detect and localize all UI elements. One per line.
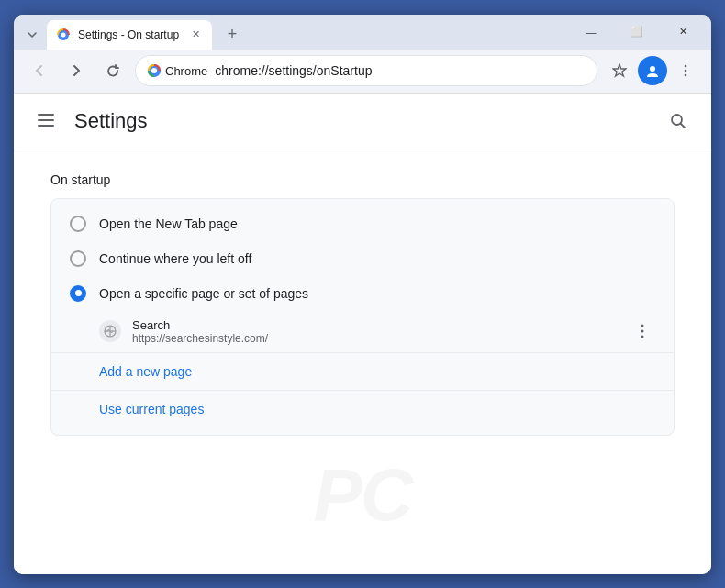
startup-section-label: On startup: [50, 172, 675, 187]
nav-right-controls: [605, 56, 700, 85]
address-bar[interactable]: Chrome chrome://settings/onStartup: [135, 55, 597, 86]
page-name: Search: [132, 318, 619, 332]
tab-favicon: [56, 28, 71, 42]
tab-bar-left: Settings - On startup ✕ +: [21, 20, 245, 50]
option-new-tab[interactable]: Open the New Tab page: [51, 206, 674, 241]
use-current-pages-link[interactable]: Use current pages: [51, 390, 674, 427]
option-continue-label: Continue where you left off: [99, 251, 251, 266]
address-url: chrome://settings/onStartup: [215, 63, 586, 78]
minimize-button[interactable]: —: [570, 22, 612, 42]
svg-point-4: [650, 66, 655, 72]
add-new-page-link[interactable]: Add a new page: [51, 353, 674, 390]
tab-title: Settings - On startup: [78, 28, 181, 41]
svg-point-1: [61, 32, 66, 37]
back-button[interactable]: [25, 56, 54, 85]
browser-window: Settings - On startup ✕ + — ⬜ ✕: [14, 15, 711, 574]
option-new-tab-label: Open the New Tab page: [99, 216, 238, 231]
svg-point-3: [151, 68, 157, 73]
radio-specific[interactable]: [70, 285, 86, 302]
new-tab-button[interactable]: +: [219, 22, 245, 48]
watermark: PC: [313, 453, 411, 538]
window-controls: — ⬜ ✕: [570, 20, 704, 50]
close-button[interactable]: ✕: [662, 22, 704, 42]
chrome-label: Chrome: [165, 64, 207, 78]
option-specific-label: Open a specific page or set of pages: [99, 286, 308, 301]
maximize-button[interactable]: ⬜: [616, 22, 658, 42]
title-bar: Settings - On startup ✕ + — ⬜ ✕: [14, 15, 711, 50]
chrome-icon-wrap: Chrome: [147, 63, 207, 78]
option-specific[interactable]: Open a specific page or set of pages: [51, 276, 674, 311]
svg-point-7: [685, 74, 687, 77]
page-info: Search https://searchesinstyle.com/: [132, 318, 619, 345]
chrome-menu-button[interactable]: [671, 56, 700, 85]
svg-point-5: [685, 65, 687, 68]
svg-point-18: [641, 336, 644, 338]
svg-line-12: [681, 124, 686, 128]
page-url: https://searchesinstyle.com/: [132, 332, 619, 345]
svg-point-17: [641, 330, 644, 333]
svg-rect-9: [38, 119, 54, 121]
tab-dropdown-button[interactable]: [21, 23, 43, 47]
settings-header: Settings: [14, 94, 711, 150]
reload-button[interactable]: [98, 56, 128, 85]
option-continue[interactable]: Continue where you left off: [51, 241, 674, 276]
page-icon: [99, 320, 121, 342]
navigation-bar: Chrome chrome://settings/onStartup: [14, 50, 711, 94]
svg-rect-10: [38, 125, 54, 127]
forward-button[interactable]: [61, 56, 91, 85]
profile-button[interactable]: [638, 56, 667, 85]
sidebar-toggle-button[interactable]: [32, 106, 60, 137]
tab-close-button[interactable]: ✕: [188, 28, 203, 42]
radio-continue[interactable]: [70, 250, 86, 267]
page-title: Settings: [74, 109, 148, 133]
svg-point-6: [685, 70, 687, 72]
svg-rect-8: [38, 114, 54, 116]
page-more-button[interactable]: [630, 318, 655, 344]
page-content: Settings On startup Open the New Tab pag…: [14, 94, 711, 574]
settings-search-button[interactable]: [664, 106, 693, 136]
startup-section: On startup Open the New Tab page Continu…: [14, 150, 711, 458]
startup-page-entry: Search https://searchesinstyle.com/: [51, 311, 674, 353]
radio-new-tab[interactable]: [70, 216, 86, 232]
startup-options-card: Open the New Tab page Continue where you…: [50, 198, 675, 436]
active-tab[interactable]: Settings - On startup ✕: [47, 20, 212, 50]
svg-point-16: [641, 325, 644, 327]
bookmark-button[interactable]: [605, 56, 634, 85]
